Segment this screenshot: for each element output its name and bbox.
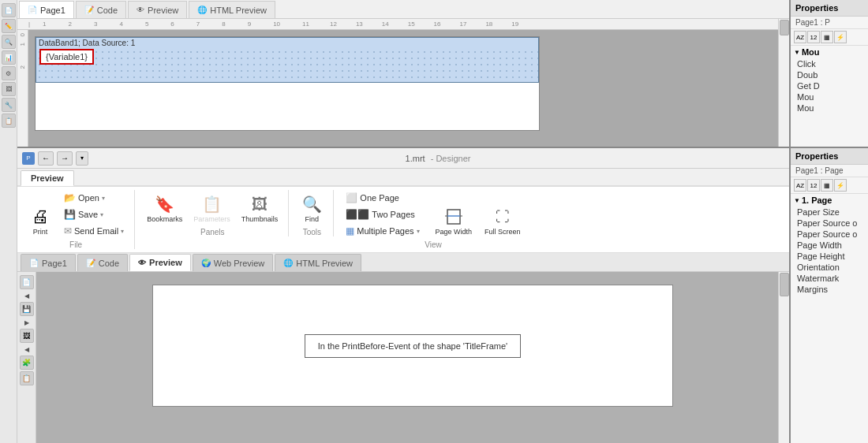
preview-title-text: 1.mrt - Designer [92, 154, 784, 163]
page-width-icon [443, 206, 465, 228]
save-small-icon[interactable]: 💾 [20, 302, 34, 316]
bookmarks-label: Bookmarks [147, 215, 182, 223]
send-email-button[interactable]: ✉ Send Email ▾ [60, 223, 128, 239]
print-button[interactable]: 🖨 Print [24, 203, 57, 239]
props-sort-num-button[interactable]: 12 [807, 31, 820, 43]
multiple-pages-dropdown: ▾ [417, 228, 420, 235]
right-scrollbar[interactable] [778, 19, 789, 147]
props2-lightning[interactable]: ⚡ [834, 179, 847, 192]
bookmarks-button[interactable]: 🔖 Bookmarks [143, 190, 186, 226]
file-group-label: File [24, 240, 128, 249]
props2-item-watermark[interactable]: Watermark [791, 273, 868, 284]
toolbar-icon-7[interactable]: 🔧 [2, 98, 16, 112]
open-icon: 📂 [64, 192, 76, 203]
props2-item-pageheight[interactable]: Page Height [791, 251, 868, 262]
toolbar-icon-6[interactable]: 🖼 [2, 82, 16, 96]
preview-tab-web-label: Web Preview [214, 259, 265, 268]
tab-html-preview[interactable]: 🌐 HTML Preview [189, 1, 275, 18]
props2-item-papersize[interactable]: Paper Size [791, 207, 868, 218]
preview-tab-code[interactable]: 📝 Code [77, 254, 128, 271]
one-page-label: One Page [360, 193, 399, 203]
tab-code-icon: 📝 [84, 6, 94, 14]
tab-html-icon: 🌐 [197, 6, 207, 14]
puzzle-icon[interactable]: 🧩 [20, 356, 34, 370]
picture-icon[interactable]: 🖼 [20, 329, 34, 343]
props-item-getd[interactable]: Get D [791, 80, 868, 91]
props2-sort-num[interactable]: 12 [807, 179, 820, 192]
props-item-double[interactable]: Doub [791, 69, 868, 80]
toolbar-icon-3[interactable]: 🔍 [2, 35, 16, 49]
full-screen-button[interactable]: ⛶ Full Screen [481, 203, 525, 239]
page-icon[interactable]: 📄 [20, 275, 34, 289]
save-dropdown-icon: ▾ [100, 211, 103, 218]
props2-sort-az[interactable]: AZ [794, 179, 806, 192]
ribbon-group-panels: 🔖 Bookmarks 📋 Parameters 🖼 Thumbnails [143, 190, 289, 236]
toolbar-icon-5[interactable]: ⚙ [2, 66, 16, 80]
preview-v-scrollbar[interactable] [778, 272, 789, 443]
one-page-button[interactable]: ⬜ One Page [342, 190, 423, 206]
preview-content-area: 📄 ◀ 💾 ▶ 🖼 ◀ 🧩 📋 In the PrintBefore-Event… [17, 272, 789, 443]
props-sort-az-button[interactable]: AZ [794, 31, 806, 43]
preview-tab-html-label: HTML Preview [296, 259, 353, 268]
toolbar-icon-2[interactable]: ✏️ [2, 19, 16, 33]
preview-frame-element[interactable]: In the PrintBefore-Event of the shape 'T… [305, 334, 521, 358]
props-item-click[interactable]: Click [791, 58, 868, 69]
nav-left-icon[interactable]: ◀ [20, 291, 34, 300]
redo-button[interactable]: → [57, 151, 73, 166]
page-width-button[interactable]: Page Width [432, 203, 477, 239]
parameters-icon: 📋 [201, 193, 223, 215]
tab-code[interactable]: 📝 Code [76, 1, 126, 18]
props-lightning-button[interactable]: ⚡ [834, 31, 847, 43]
props-item-mou2[interactable]: Mou [791, 102, 868, 114]
props2-item-papersource2[interactable]: Paper Source o [791, 229, 868, 240]
ribbon-toolbar: Preview 🖨 Print [17, 169, 789, 253]
multiple-pages-button[interactable]: ▦ Multiple Pages ▾ [342, 223, 423, 239]
page-sheet: DataBand1; Data Source: 1 {Variable1} [35, 36, 540, 131]
variable-box[interactable]: {Variable1} [39, 49, 94, 65]
tab-preview[interactable]: 👁 Preview [128, 1, 187, 18]
props2-item-margins[interactable]: Margins [791, 284, 868, 295]
left-toolbar: 📄 ✏️ 🔍 📊 ⚙ 🖼 🔧 📋 [0, 0, 17, 443]
toolbar-icon-1[interactable]: 📄 [2, 3, 16, 17]
data-band[interactable]: DataBand1; Data Source: 1 {Variable1} [36, 37, 539, 83]
props-section-mouse: ▼ Mou [791, 46, 868, 58]
preview-tab-web[interactable]: 🌍 Web Preview [193, 254, 274, 271]
nav-left2-icon[interactable]: ◀ [20, 344, 34, 354]
thumbnails-button[interactable]: 🖼 Thumbnails [238, 190, 282, 226]
props-item-mou1[interactable]: Mou [791, 91, 868, 102]
props2-item-orientation[interactable]: Orientation [791, 262, 868, 273]
undo-button[interactable]: ← [38, 151, 54, 166]
ribbon-tab-preview[interactable]: Preview [21, 170, 74, 186]
doc-icon[interactable]: 📋 [20, 371, 34, 385]
props2-header: Properties [791, 148, 868, 165]
preview-tab-code-icon: 📝 [86, 259, 95, 267]
parameters-button[interactable]: 📋 Parameters [189, 190, 234, 226]
page-width-svg [444, 207, 463, 226]
props-grid-button[interactable]: ▦ [821, 31, 833, 43]
designer-canvas: DataBand1; Data Source: 1 {Variable1} [28, 30, 778, 147]
preview-tab-page1[interactable]: 📄 Page1 [21, 254, 76, 271]
save-button[interactable]: 💾 Save ▾ [60, 207, 128, 222]
send-email-label: Send Email [74, 226, 118, 236]
tools-group-label: Tools [297, 228, 327, 236]
toolbar-icon-8[interactable]: 📋 [2, 114, 16, 128]
two-pages-button[interactable]: ⬛⬛ Two Pages [342, 207, 423, 222]
props2-item-pagewidth[interactable]: Page Width [791, 240, 868, 251]
dropdown-button[interactable]: ▾ [76, 151, 88, 166]
open-button[interactable]: 📂 Open ▾ [60, 190, 128, 206]
bookmarks-icon: 🔖 [154, 193, 176, 215]
preview-window-icon: P [22, 152, 35, 165]
props2-grid[interactable]: ▦ [821, 179, 833, 192]
preview-tab-html[interactable]: 🌐 HTML Preview [275, 254, 361, 271]
nav-right-icon[interactable]: ▶ [20, 318, 34, 327]
find-label: Find [305, 215, 320, 223]
preview-main-canvas: In the PrintBefore-Event of the shape 'T… [36, 272, 789, 443]
save-label: Save [78, 210, 98, 219]
props2-item-papersource1[interactable]: Paper Source o [791, 218, 868, 229]
tab-page1[interactable]: 📄 Page1 [19, 1, 74, 18]
find-button[interactable]: 🔍 Find [297, 190, 327, 226]
props2-sub: Page1 : Page [791, 165, 868, 177]
preview-tab-preview[interactable]: 👁 Preview [129, 254, 191, 271]
multiple-pages-icon: ▦ [346, 225, 354, 236]
toolbar-icon-4[interactable]: 📊 [2, 50, 16, 65]
